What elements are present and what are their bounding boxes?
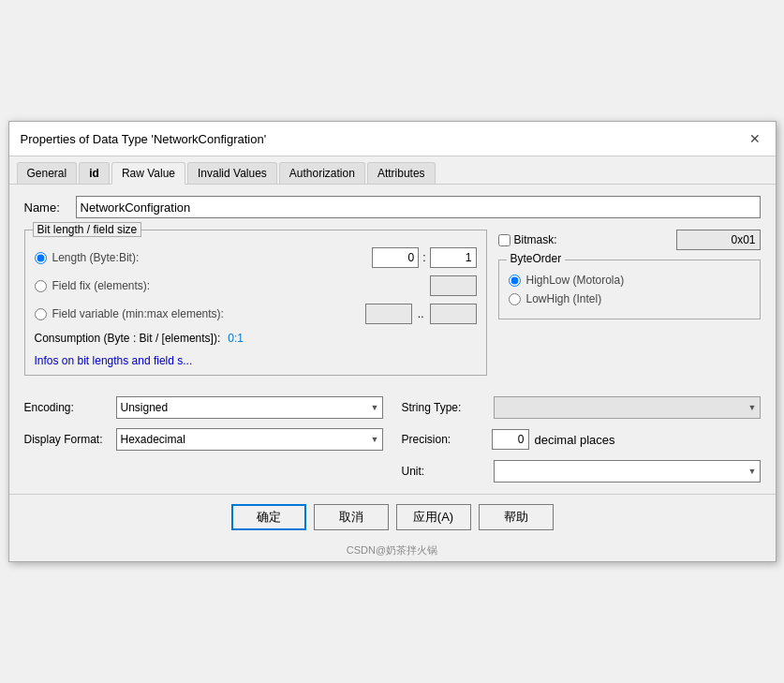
name-label: Name:: [24, 200, 76, 215]
precision-suffix: decimal places: [535, 433, 615, 447]
encoding-select[interactable]: Unsigned Signed BCD Float: [116, 396, 383, 419]
apply-button[interactable]: 应用(A): [396, 504, 471, 530]
unit-row: Unit: ▼: [402, 460, 761, 483]
dialog-footer: 确定 取消 应用(A) 帮助: [9, 494, 776, 540]
tab-id[interactable]: id: [79, 162, 110, 184]
fieldfix-inputs: [430, 275, 477, 296]
watermark: CSDN@奶茶拌火锅: [9, 540, 776, 561]
encoding-dropdown-wrapper: Unsigned Signed BCD Float ▼: [116, 396, 383, 419]
fieldfix-label: Field fix (elements):: [52, 279, 430, 292]
colon-sep: :: [422, 251, 425, 264]
fieldvar-row: Field variable (min:max elements): ..: [35, 304, 477, 324]
lowhigh-radio[interactable]: [509, 293, 521, 305]
stringtype-dropdown-wrapper: ▼: [494, 396, 761, 419]
precision-row: Precision: decimal places: [402, 428, 761, 451]
dialog: Properties of Data Type 'NetworkConfigra…: [8, 121, 777, 562]
consumption-value: 0:1: [228, 332, 244, 345]
fieldvar-max-input[interactable]: [430, 304, 477, 324]
encoding-row: Encoding: Unsigned Signed BCD Float ▼: [24, 396, 383, 419]
displayformat-dropdown-wrapper: Hexadecimal Decimal Binary Octal ▼: [116, 428, 383, 451]
close-button[interactable]: ✕: [746, 129, 764, 148]
length-label: Length (Byte:Bit):: [52, 251, 373, 264]
bit-length-legend: Bit length / field size: [33, 222, 142, 237]
length-radio[interactable]: [35, 252, 47, 264]
bitmask-label: Bitmask:: [514, 233, 557, 246]
bit-length-group: Bit length / field size Length (Byte:Bit…: [24, 230, 487, 376]
length-row: Length (Byte:Bit): :: [35, 247, 477, 268]
tab-invalidvalues[interactable]: Invalid Values: [187, 162, 277, 184]
main-row: Bit length / field size Length (Byte:Bit…: [24, 230, 761, 385]
consumption-row: Consumption (Byte : Bit / [elements]): 0…: [35, 332, 477, 345]
title-bar: Properties of Data Type 'NetworkConfigra…: [9, 122, 776, 156]
precision-label: Precision:: [402, 433, 486, 446]
tab-general[interactable]: General: [17, 162, 78, 184]
byteorder-group: ByteOrder HighLow (Motorola) LowHigh (In…: [498, 260, 761, 319]
cancel-button[interactable]: 取消: [314, 504, 389, 530]
right-panel: Bitmask: ByteOrder HighLow (Motorola): [498, 230, 761, 385]
lowhigh-label: LowHigh (Intel): [526, 292, 602, 305]
bitmask-checkbox[interactable]: [498, 234, 510, 246]
stringtype-select[interactable]: [494, 396, 761, 419]
dialog-content: Name: Bit length / field size Length (By…: [9, 185, 776, 494]
dotdot-sep: ..: [418, 307, 424, 320]
displayformat-label: Display Format:: [24, 433, 109, 446]
left-panel: Bit length / field size Length (Byte:Bit…: [24, 230, 487, 385]
name-row: Name:: [24, 196, 761, 218]
confirm-button[interactable]: 确定: [231, 504, 306, 530]
dialog-title: Properties of Data Type 'NetworkConfigra…: [21, 132, 267, 146]
fieldvar-inputs: ..: [365, 304, 477, 324]
displayformat-select[interactable]: Hexadecimal Decimal Binary Octal: [116, 428, 383, 451]
bitmask-input[interactable]: [676, 230, 761, 250]
tab-bar: General id Raw Value Invalid Values Auth…: [9, 156, 776, 185]
bitmask-row: Bitmask:: [498, 230, 761, 250]
lowhigh-row: LowHigh (Intel): [509, 292, 750, 305]
help-button[interactable]: 帮助: [479, 504, 554, 530]
fieldfix-radio[interactable]: [35, 280, 47, 292]
encoding-label: Encoding:: [24, 401, 109, 414]
length-inputs: :: [372, 247, 476, 268]
unit-dropdown-wrapper: ▼: [494, 460, 761, 483]
info-link[interactable]: Infos on bit lengths and field s...: [35, 354, 477, 367]
highlow-label: HighLow (Motorola): [526, 274, 625, 287]
fieldfix-input[interactable]: [430, 275, 477, 296]
fieldvar-min-input[interactable]: [365, 304, 412, 324]
unit-label: Unit:: [402, 465, 486, 478]
highlow-row: HighLow (Motorola): [509, 274, 750, 287]
tab-attributes[interactable]: Attributes: [367, 162, 436, 184]
stringtype-row: String Type: ▼: [402, 396, 761, 419]
unit-select[interactable]: [494, 460, 761, 483]
stringtype-label: String Type:: [402, 401, 486, 414]
fieldfix-row: Field fix (elements):: [35, 275, 477, 296]
tab-authorization[interactable]: Authorization: [279, 162, 365, 184]
highlow-radio[interactable]: [509, 275, 521, 287]
tab-rawvalue[interactable]: Raw Value: [111, 162, 185, 185]
length-bit-input[interactable]: [430, 247, 477, 268]
displayformat-row: Display Format: Hexadecimal Decimal Bina…: [24, 428, 383, 451]
length-byte-input[interactable]: [372, 247, 419, 268]
name-input[interactable]: [76, 196, 761, 218]
precision-input[interactable]: [492, 429, 529, 450]
byteorder-legend: ByteOrder: [507, 252, 566, 265]
fieldvar-label: Field variable (min:max elements):: [52, 307, 365, 320]
bitmask-checkbox-label: Bitmask:: [498, 233, 557, 246]
consumption-label: Consumption (Byte : Bit / [elements]):: [35, 332, 221, 345]
bottom-section: Encoding: Unsigned Signed BCD Float ▼ St…: [24, 396, 761, 483]
fieldvar-radio[interactable]: [35, 308, 47, 320]
